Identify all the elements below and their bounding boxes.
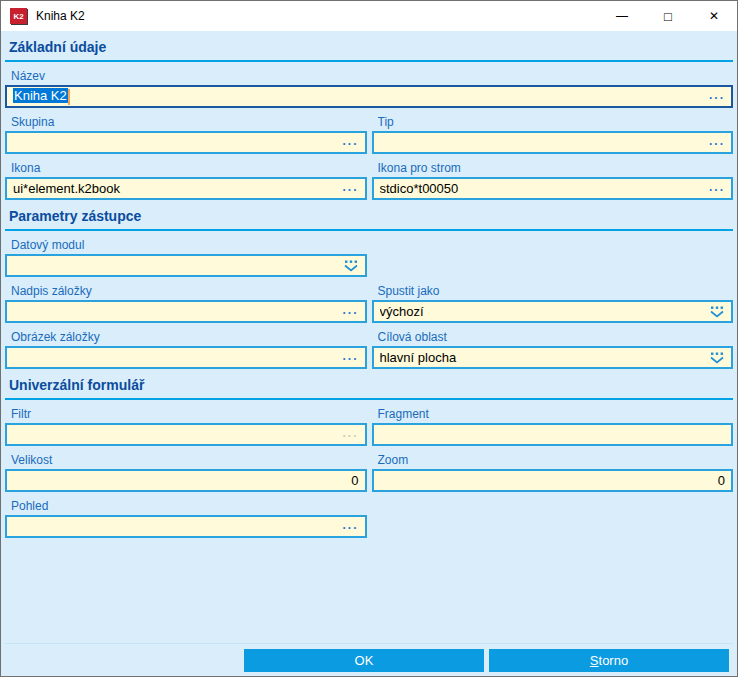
window-controls: — □ ✕ — [599, 1, 737, 31]
dropdown-icon[interactable] — [343, 260, 359, 272]
tip-label: Tip — [378, 115, 734, 129]
field-filtr: Filtr ... — [5, 400, 367, 446]
field-tip: Tip ... — [372, 108, 734, 154]
spacer-cell — [372, 492, 734, 538]
ellipsis-button[interactable]: ... — [342, 520, 358, 530]
pohled-label: Pohled — [11, 499, 367, 513]
field-datovy-modul: Datový modul — [5, 231, 367, 277]
zoom-label: Zoom — [378, 453, 734, 467]
field-cilova-oblast: Cílová oblast hlavní plocha — [372, 323, 734, 369]
ok-button[interactable]: OK — [244, 649, 484, 672]
cilova-oblast-input[interactable]: hlavní plocha — [372, 346, 734, 369]
k2-app-icon: K2 — [10, 8, 27, 24]
cilova-oblast-label: Cílová oblast — [378, 330, 734, 344]
section-shortcut-title: Parametry zástupce — [5, 208, 733, 225]
skupina-input[interactable]: ... — [5, 131, 367, 154]
ikona-pro-strom-label: Ikona pro strom — [378, 161, 734, 175]
maximize-button[interactable]: □ — [645, 1, 691, 31]
ellipsis-button[interactable]: ... — [342, 305, 358, 315]
spustit-jako-label: Spustit jako — [378, 284, 734, 298]
field-obrazek-zalozky: Obrázek záložky ... — [5, 323, 367, 369]
filtr-input[interactable]: ... — [5, 423, 367, 446]
field-pohled: Pohled ... — [5, 492, 367, 538]
filtr-label: Filtr — [11, 407, 367, 421]
field-fragment: Fragment — [372, 400, 734, 446]
field-nazev: Název Kniha K2 ... — [5, 62, 733, 108]
skupina-label: Skupina — [11, 115, 367, 129]
maximize-icon: □ — [664, 9, 672, 24]
ellipsis-button[interactable]: ... — [709, 90, 725, 100]
field-ikona-pro-strom: Ikona pro strom stdico*t00050 ... — [372, 154, 734, 200]
section-shortcut: Parametry zástupce — [5, 208, 733, 231]
dialog-window: K2 Kniha K2 — □ ✕ Základní údaje Název K… — [0, 0, 738, 677]
section-universal-title: Univerzální formulář — [5, 377, 733, 394]
datovy-modul-label: Datový modul — [11, 238, 367, 252]
spustit-jako-input[interactable]: výchozí — [372, 300, 734, 323]
nadpis-zalozky-label: Nadpis záložky — [11, 284, 367, 298]
ellipsis-button[interactable]: ... — [342, 136, 358, 146]
obrazek-zalozky-label: Obrázek záložky — [11, 330, 367, 344]
field-velikost: Velikost 0 — [5, 446, 367, 492]
ikona-label: Ikona — [11, 161, 367, 175]
fragment-label: Fragment — [378, 407, 734, 421]
field-skupina: Skupina ... — [5, 108, 367, 154]
pohled-input[interactable]: ... — [5, 515, 367, 538]
tip-input[interactable]: ... — [372, 131, 734, 154]
field-nadpis-zalozky: Nadpis záložky ... — [5, 277, 367, 323]
form-content: Základní údaje Název Kniha K2 ... Skupin… — [1, 31, 737, 676]
button-bar: OK Storno — [5, 643, 733, 676]
zoom-input[interactable]: 0 — [372, 469, 734, 492]
ellipsis-button[interactable]: ... — [709, 136, 725, 146]
text-caret — [68, 89, 70, 105]
nadpis-zalozky-input[interactable]: ... — [5, 300, 367, 323]
dropdown-icon[interactable] — [709, 352, 725, 364]
field-zoom: Zoom 0 — [372, 446, 734, 492]
spacer-cell — [372, 231, 734, 277]
ellipsis-button-disabled: ... — [342, 428, 358, 438]
titlebar: K2 Kniha K2 — □ ✕ — [1, 1, 737, 31]
section-universal: Univerzální formulář — [5, 377, 733, 400]
minimize-button[interactable]: — — [599, 1, 645, 31]
fragment-input[interactable] — [372, 423, 734, 446]
nazev-input[interactable]: Kniha K2 ... — [5, 85, 733, 108]
close-button[interactable]: ✕ — [691, 1, 737, 31]
selected-text: Kniha K2 — [13, 88, 68, 103]
datovy-modul-input[interactable] — [5, 254, 367, 277]
minimize-icon: — — [616, 9, 628, 23]
nazev-label: Název — [11, 69, 733, 83]
section-basic-title: Základní údaje — [5, 39, 733, 56]
ellipsis-button[interactable]: ... — [709, 182, 725, 192]
ellipsis-button[interactable]: ... — [342, 182, 358, 192]
obrazek-zalozky-input[interactable]: ... — [5, 346, 367, 369]
velikost-label: Velikost — [11, 453, 367, 467]
ikona-input[interactable]: ui*element.k2book ... — [5, 177, 367, 200]
field-ikona: Ikona ui*element.k2book ... — [5, 154, 367, 200]
storno-button[interactable]: Storno — [489, 649, 729, 672]
close-icon: ✕ — [709, 9, 719, 23]
field-spustit-jako: Spustit jako výchozí — [372, 277, 734, 323]
window-title: Kniha K2 — [36, 9, 85, 23]
ikona-pro-strom-input[interactable]: stdico*t00050 ... — [372, 177, 734, 200]
section-basic: Základní údaje — [5, 39, 733, 62]
velikost-input[interactable]: 0 — [5, 469, 367, 492]
dropdown-icon[interactable] — [709, 306, 725, 318]
ellipsis-button[interactable]: ... — [342, 351, 358, 361]
